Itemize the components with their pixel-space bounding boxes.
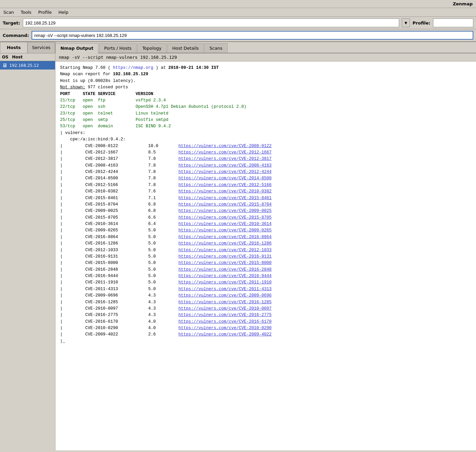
- cve-link-23[interactable]: https://vulners.com/cve/CVE-2011-4313: [179, 287, 272, 291]
- menu-scan[interactable]: Scan: [1, 9, 16, 15]
- left-panel: Hosts Services OS Host 🖥 192.168.25.12: [0, 42, 55, 450]
- cve-link-2[interactable]: https://vulners.com/cve/CVE-2012-1667: [179, 150, 272, 155]
- cve-link-11[interactable]: https://vulners.com/cve/CVE-2009-0025: [179, 209, 272, 213]
- cve-link-21[interactable]: https://vulners.com/cve/CVE-2016-9444: [179, 274, 272, 278]
- command-input[interactable]: [32, 31, 473, 40]
- cve-link-12[interactable]: https://vulners.com/cve/CVE-2015-8705: [179, 215, 272, 220]
- nmap-starting-line: Starting Nmap 7.60 ( https://nmap.org ) …: [60, 65, 272, 344]
- os-icon: 🖥: [2, 62, 7, 69]
- cve-link-16[interactable]: https://vulners.com/cve/CVE-2016-1286: [179, 241, 272, 246]
- nmap-url[interactable]: https://nmap.org: [113, 65, 153, 70]
- cve-link-24[interactable]: https://vulners.com/cve/CVE-2009-0696: [179, 293, 272, 298]
- cve-link-15[interactable]: https://vulners.com/cve/CVE-2016-8864: [179, 235, 272, 239]
- column-os: OS: [2, 55, 12, 59]
- nmap-not-shown: Not shown:: [60, 85, 85, 90]
- cve-link-28[interactable]: https://vulners.com/cve/CVE-2016-6170: [179, 319, 272, 324]
- cve-link-17[interactable]: https://vulners.com/cve/CVE-2012-1033: [179, 248, 272, 253]
- cve-link-5[interactable]: https://vulners.com/cve/CVE-2012-4244: [179, 170, 272, 174]
- nmap-port-53: 53/tcp open domain ISC BIND 9.4.2: [60, 124, 171, 129]
- cve-link-4[interactable]: https://vulners.com/cve/CVE-2008-4163: [179, 163, 272, 168]
- tab-services[interactable]: Services: [28, 42, 55, 53]
- profile-label: Profile:: [413, 20, 430, 26]
- cve-link-10[interactable]: https://vulners.com/cve/CVE-2015-8704: [179, 202, 272, 207]
- cve-link-18[interactable]: https://vulners.com/cve/CVE-2016-9131: [179, 254, 272, 259]
- menu-help[interactable]: Help: [56, 9, 70, 15]
- command-display: nmap -sV --script nmap-vulners 192.168.2…: [55, 53, 476, 61]
- cve-link-20[interactable]: https://vulners.com/cve/CVE-2016-2848: [179, 267, 272, 272]
- cve-link-14[interactable]: https://vulners.com/cve/CVE-2009-0265: [179, 228, 272, 233]
- cve-link-7[interactable]: https://vulners.com/cve/CVE-2012-5166: [179, 183, 272, 187]
- tab-hosts[interactable]: Hosts: [0, 42, 28, 53]
- tab-ports-hosts[interactable]: Ports / Hosts: [99, 43, 137, 53]
- cve-link-27[interactable]: https://vulners.com/cve/CVE-2016-2775: [179, 313, 272, 317]
- toolbar: Target: ▼ Profile:: [0, 17, 476, 29]
- host-address: 192.168.25.12: [9, 63, 39, 68]
- tab-host-details[interactable]: Host Details: [167, 43, 204, 53]
- cve-link-22[interactable]: https://vulners.com/cve/CVE-2011-1910: [179, 280, 272, 285]
- cve-link-3[interactable]: https://vulners.com/cve/CVE-2012-3817: [179, 156, 272, 161]
- cve-link-8[interactable]: https://vulners.com/cve/CVE-2010-0382: [179, 189, 272, 194]
- tab-scans[interactable]: Scans: [204, 43, 227, 53]
- tab-topology[interactable]: Topology: [137, 43, 166, 53]
- cve-link-30[interactable]: https://vulners.com/cve/CVE-2009-4022: [179, 332, 272, 337]
- cve-link-29[interactable]: https://vulners.com/cve/CVE-2010-0290: [179, 326, 272, 330]
- cve-link-9[interactable]: https://vulners.com/cve/CVE-2015-8461: [179, 196, 272, 200]
- cve-link-13[interactable]: https://vulners.com/cve/CVE-2010-3614: [179, 222, 272, 226]
- target-label: Target:: [3, 20, 20, 26]
- nmap-output[interactable]: Starting Nmap 7.60 ( https://nmap.org ) …: [55, 61, 476, 450]
- nmap-port-25: 25/tcp open smtp Postfix smtpd: [60, 118, 169, 122]
- nmap-port-23: 23/tcp open telnet Linux telnetd: [60, 111, 169, 116]
- cve-link-26[interactable]: https://vulners.com/cve/CVE-2010-0097: [179, 306, 272, 311]
- right-panel: Nmap Output Ports / Hosts Topology Host …: [55, 42, 476, 450]
- command-bar: Command:: [0, 29, 476, 42]
- output-tabs: Nmap Output Ports / Hosts Topology Host …: [55, 42, 476, 53]
- app-title: Zenmap: [453, 1, 473, 6]
- main-content: Hosts Services OS Host 🖥 192.168.25.12 N…: [0, 42, 476, 450]
- nmap-datetime: 2018-09-21 14:30 IST: [169, 65, 219, 70]
- column-host: Host: [12, 55, 53, 59]
- nmap-port-21: 21/tcp open ftp vsftpd 2.3.4: [60, 98, 166, 103]
- nmap-port-22: 22/tcp open ssh OpenSSH 4.7p1 Debian 8ub…: [60, 104, 246, 109]
- title-bar: Zenmap: [0, 0, 476, 8]
- host-list-header: OS Host: [0, 53, 55, 61]
- cve-link-25[interactable]: https://vulners.com/cve/CVE-2016-1285: [179, 300, 272, 305]
- cve-link-1[interactable]: https://vulners.com/cve/CVE-2008-0122: [179, 144, 272, 148]
- menu-profile[interactable]: Profile: [36, 9, 54, 15]
- nmap-report-host: 192.168.25.129: [113, 72, 148, 77]
- menu-tools[interactable]: Tools: [19, 9, 34, 15]
- command-label: Command:: [3, 33, 29, 38]
- cve-link-19[interactable]: https://vulners.com/cve/CVE-2015-8000: [179, 261, 272, 265]
- nmap-col-headers: PORT STATE SERVICE VERSION: [60, 92, 153, 96]
- target-dropdown-button[interactable]: ▼: [402, 18, 410, 27]
- target-input[interactable]: [23, 18, 399, 27]
- left-tabs: Hosts Services: [0, 42, 55, 53]
- profile-input[interactable]: [433, 18, 473, 27]
- menu-bar: Scan Tools Profile Help: [0, 8, 476, 17]
- host-row[interactable]: 🖥 192.168.25.12: [0, 61, 55, 70]
- tab-nmap-output[interactable]: Nmap Output: [55, 43, 98, 53]
- cve-link-6[interactable]: https://vulners.com/cve/CVE-2014-8500: [179, 176, 272, 181]
